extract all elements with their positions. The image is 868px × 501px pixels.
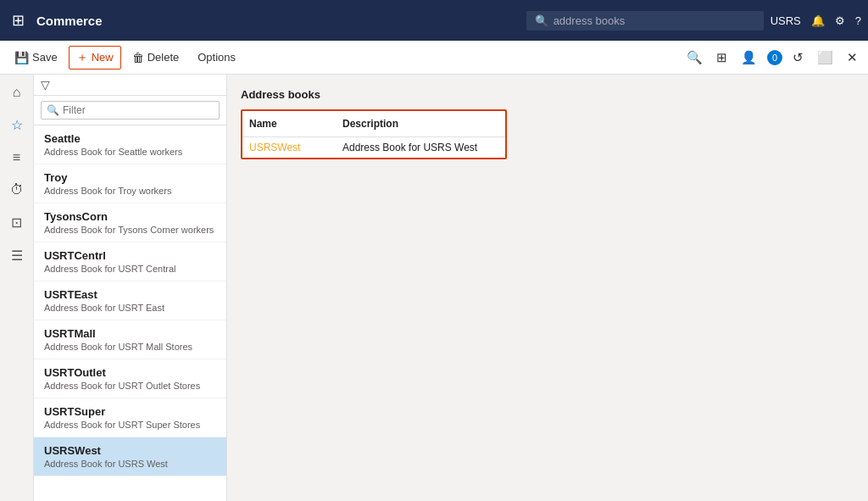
filter-search-icon: 🔍 — [47, 104, 59, 116]
list-item-name: TysonsCorn — [44, 210, 216, 223]
search-icon-nav: 🔍 — [535, 14, 548, 27]
save-button[interactable]: 💾 Save — [7, 47, 65, 69]
list-item-desc: Address Book for Seattle workers — [44, 147, 216, 157]
list-toolbar: ▽ — [34, 75, 226, 96]
bell-icon[interactable]: 🔔 — [811, 14, 825, 27]
list-panel: ▽ 🔍 SeattleAddress Book for Seattle work… — [34, 75, 227, 501]
col-header-name: Name — [242, 114, 336, 133]
list-item-desc: Address Book for Troy workers — [44, 186, 216, 196]
side-icons: ⌂ ☆ ≡ ⏱ ⊡ ☰ — [0, 75, 34, 501]
list-item-name: USRTEast — [44, 288, 216, 301]
new-button[interactable]: ＋ New — [69, 46, 121, 70]
help-icon[interactable]: ? — [855, 14, 861, 27]
detail-title: Address books — [241, 88, 854, 101]
lines-icon[interactable]: ☰ — [5, 244, 29, 267]
list-item-name: USRTOutlet — [44, 366, 216, 379]
layout-icon[interactable]: ⊞ — [713, 48, 731, 67]
recent-icon[interactable]: ⏱ — [5, 179, 29, 201]
search-input[interactable] — [554, 14, 740, 27]
toolbar-right-icons: 🔍 ⊞ 👤 0 ↺ ⬜ ✕ — [683, 48, 861, 67]
list-item-desc: Address Book for USRT Mall Stores — [44, 342, 216, 352]
filter-icon[interactable]: ▽ — [41, 78, 50, 92]
list-item-name: USRSWest — [44, 444, 216, 457]
refresh-icon[interactable]: ↺ — [789, 48, 807, 67]
list-item[interactable]: TroyAddress Book for Troy workers — [34, 164, 226, 203]
list-item-desc: Address Book for USRT East — [44, 303, 216, 313]
delete-button[interactable]: 🗑 Delete — [125, 47, 187, 69]
list-icon[interactable]: ≡ — [5, 147, 29, 169]
list-item[interactable]: USRTEastAddress Book for USRT East — [34, 281, 226, 320]
plus-icon: ＋ — [76, 50, 88, 65]
grid-icon[interactable]: ⊞ — [7, 8, 30, 33]
home-icon[interactable]: ⌂ — [5, 81, 29, 103]
main-layout: ⌂ ☆ ≡ ⏱ ⊡ ☰ ▽ 🔍 SeattleAddress Book for … — [0, 75, 868, 501]
toolbar-search-icon[interactable]: 🔍 — [683, 48, 706, 67]
col-header-desc: Description — [336, 114, 505, 133]
list-item[interactable]: USRTSuperAddress Book for USRT Super Sto… — [34, 398, 226, 437]
list-item[interactable]: USRTMallAddress Book for USRT Mall Store… — [34, 320, 226, 359]
list-item-name: USRTMall — [44, 327, 216, 340]
table-icon[interactable]: ⊡ — [5, 211, 29, 234]
table-cell-name: USRSWest — [242, 137, 336, 158]
app-title: Commerce — [36, 14, 520, 28]
list-item-desc: Address Book for USRT Outlet Stores — [44, 381, 216, 391]
expand-icon[interactable]: ⬜ — [814, 48, 837, 67]
settings-icon[interactable]: ⚙ — [835, 14, 845, 27]
search-bar: 🔍 — [526, 11, 764, 31]
list-item[interactable]: USRTCentrlAddress Book for USRT Central — [34, 242, 226, 281]
table-header: Name Description — [242, 111, 505, 137]
filter-input-wrap: 🔍 — [41, 101, 220, 120]
list-item-desc: Address Book for USRT Super Stores — [44, 420, 216, 430]
table-row[interactable]: USRSWest Address Book for USRS West — [242, 137, 505, 158]
list-item-desc: Address Book for Tysons Corner workers — [44, 225, 216, 235]
list-items: SeattleAddress Book for Seattle workersT… — [34, 125, 226, 501]
list-item-name: Troy — [44, 171, 216, 184]
list-item[interactable]: USRSWestAddress Book for USRS West — [34, 437, 226, 476]
star-icon[interactable]: ☆ — [5, 114, 29, 136]
list-item[interactable]: USRTOutletAddress Book for USRT Outlet S… — [34, 359, 226, 398]
options-button[interactable]: Options — [190, 47, 243, 68]
close-icon[interactable]: ✕ — [843, 48, 861, 67]
list-item[interactable]: TysonsCornAddress Book for Tysons Corner… — [34, 203, 226, 242]
detail-panel: Address books Name Description USRSWest … — [227, 75, 868, 501]
filter-input[interactable] — [63, 104, 214, 116]
list-item-name: USRTCentrl — [44, 249, 216, 262]
toolbar: 💾 Save ＋ New 🗑 Delete Options 🔍 ⊞ 👤 0 ↺ … — [0, 41, 868, 75]
list-item-name: USRTSuper — [44, 405, 216, 418]
save-icon: 💾 — [14, 51, 29, 64]
nav-right: USRS 🔔 ⚙ ? — [771, 14, 861, 27]
delete-icon: 🗑 — [132, 51, 144, 64]
list-item-desc: Address Book for USRS West — [44, 459, 216, 469]
user-label: USRS — [771, 14, 801, 27]
list-item-name: Seattle — [44, 132, 216, 145]
person-icon[interactable]: 👤 — [737, 48, 760, 67]
table-cell-desc: Address Book for USRS West — [336, 137, 505, 158]
badge-icon[interactable]: 0 — [767, 50, 782, 65]
address-books-table: Name Description USRSWest Address Book f… — [241, 109, 507, 159]
list-filter: 🔍 — [34, 96, 226, 125]
top-nav: ⊞ Commerce 🔍 USRS 🔔 ⚙ ? — [0, 0, 868, 41]
list-item-desc: Address Book for USRT Central — [44, 264, 216, 274]
list-item[interactable]: SeattleAddress Book for Seattle workers — [34, 125, 226, 164]
